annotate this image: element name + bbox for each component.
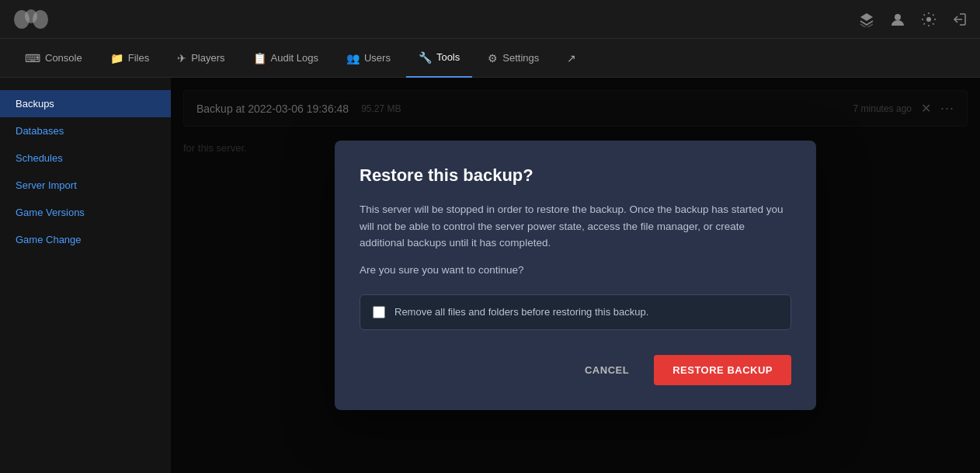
gear-icon[interactable] <box>921 12 937 27</box>
content-area: Backups Databases Schedules Server Impor… <box>0 78 980 473</box>
cancel-button[interactable]: CANCEL <box>569 355 645 385</box>
remove-files-checkbox[interactable] <box>373 306 385 318</box>
nav-item-users[interactable]: 👥 Users <box>334 39 403 78</box>
logout-icon[interactable] <box>952 12 968 27</box>
svg-point-3 <box>895 14 901 20</box>
external-icon: ↗ <box>567 52 576 64</box>
sidebar-item-backups[interactable]: Backups <box>0 90 171 117</box>
layers-icon[interactable] <box>859 12 874 27</box>
modal-body: This server will be stopped in order to … <box>360 201 791 252</box>
sidebar-item-databases[interactable]: Databases <box>0 117 171 144</box>
sidebar-item-game-versions[interactable]: Game Versions <box>0 199 171 226</box>
sidebar-item-schedules[interactable]: Schedules <box>0 144 171 172</box>
console-icon: ⌨ <box>25 52 40 64</box>
modal-question: Are you sure you want to continue? <box>360 264 791 276</box>
nav-item-tools[interactable]: 🔧 Tools <box>406 39 472 78</box>
users-icon: 👥 <box>346 52 360 64</box>
main-content: Backup at 2022-03-06 19:36:48 95.27 MB 7… <box>171 78 980 473</box>
nav-item-console[interactable]: ⌨ Console <box>12 39 95 78</box>
modal-overlay: Restore this backup? This server will be… <box>171 78 980 473</box>
audit-logs-icon: 📋 <box>253 52 266 64</box>
restore-backup-button[interactable]: RESTORE BACKUP <box>654 355 791 385</box>
logo <box>12 8 51 31</box>
nav-item-files[interactable]: 📁 Files <box>98 39 162 78</box>
top-bar-right <box>859 12 968 27</box>
user-icon[interactable] <box>890 12 905 27</box>
nav-bar: ⌨ Console 📁 Files ✈ Players 📋 Audit Logs… <box>0 39 980 78</box>
nav-item-players[interactable]: ✈ Players <box>165 39 237 78</box>
nav-item-audit-logs[interactable]: 📋 Audit Logs <box>241 39 331 78</box>
top-bar-left <box>12 8 51 31</box>
svg-point-4 <box>926 17 931 22</box>
checkbox-label[interactable]: Remove all files and folders before rest… <box>394 306 648 318</box>
nav-item-external[interactable]: ↗ <box>554 39 589 78</box>
players-icon: ✈ <box>177 52 186 64</box>
tools-icon: 🔧 <box>419 51 432 64</box>
modal-title: Restore this backup? <box>360 165 791 186</box>
checkbox-row: Remove all files and folders before rest… <box>360 294 791 330</box>
files-icon: 📁 <box>110 52 123 64</box>
sidebar-item-game-change[interactable]: Game Change <box>0 226 171 253</box>
svg-point-2 <box>25 9 37 23</box>
nav-item-settings[interactable]: ⚙ Settings <box>475 39 551 78</box>
sidebar-item-server-import[interactable]: Server Import <box>0 172 171 199</box>
modal-actions: CANCEL RESTORE BACKUP <box>360 355 791 385</box>
settings-icon: ⚙ <box>488 52 498 64</box>
top-bar <box>0 0 980 39</box>
modal: Restore this backup? This server will be… <box>335 141 816 410</box>
sidebar: Backups Databases Schedules Server Impor… <box>0 78 171 473</box>
